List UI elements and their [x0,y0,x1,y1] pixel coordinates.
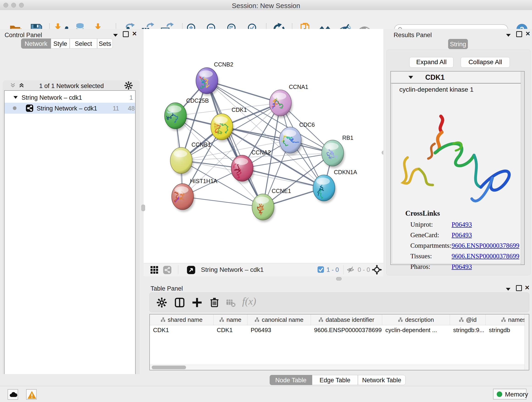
network-options-gear-icon[interactable] [124,81,133,91]
tab-edge-table[interactable]: Edge Table [312,375,358,385]
table-tabs-bar: Node Table Edge Table Network Table [0,374,532,386]
cell-name[interactable]: CDK1 [214,325,247,335]
tab-sets[interactable]: Sets [97,38,113,49]
delete-table-icon[interactable] [226,299,236,308]
create-column-icon[interactable] [191,297,203,309]
float-panel-icon[interactable] [113,33,118,38]
results-scrollbar[interactable] [521,71,524,264]
collapse-all-networks-icon[interactable] [10,82,16,89]
tab-network[interactable]: Network [21,38,51,49]
cell--id[interactable]: stringdb:9... [450,325,486,335]
node-label-CCNA1: CCNA1 [289,84,308,90]
splitter-handle[interactable] [336,277,342,281]
column-header-description[interactable]: description [382,314,450,325]
tab-style[interactable]: Style [51,38,70,49]
network-node-CCNB2[interactable]: CCNB2 [196,61,233,96]
show-columns-icon[interactable] [174,297,185,309]
network-node-CCNE1[interactable]: CCNE1 [252,188,291,222]
crosslink-row: GeneCard:P06493 [392,230,523,240]
delete-column-icon[interactable] [209,296,220,309]
title-bar: Session: New Session [0,0,532,10]
column-header-shared-name[interactable]: shared name [150,314,214,325]
network-node-CCNA2[interactable]: CCNA2 [227,149,271,183]
network-list-panel: 1 of 1 Network selected String Network –… [3,80,140,402]
network-node-CCNA1[interactable]: CCNA1 [269,84,308,118]
column-header--id[interactable]: @id [450,314,486,325]
crosslink-link[interactable]: P06493 [452,231,472,239]
crosslink-link[interactable]: 9606.ENSP00000378699 [452,242,519,249]
network-node-RB1[interactable]: RB1 [322,134,353,168]
network-view-mode-icon[interactable] [163,266,172,275]
float-panel-icon[interactable] [506,33,511,38]
close-panel-icon[interactable]: ✕ [525,285,530,291]
column-header-name[interactable]: name [214,314,247,325]
cell-shared-name[interactable]: CDK1 [150,325,214,335]
close-panel-icon[interactable]: ✕ [525,31,530,37]
table-vertical-scrollbar[interactable] [525,314,529,370]
expand-all-button[interactable]: Expand All [409,57,453,68]
node-label-CDKN1A: CDKN1A [334,169,357,175]
network-node-CDC25B[interactable]: CDC25B [160,97,209,131]
control-panel: Control Panel ✕ Network Style Select Set… [0,29,144,383]
node-description: cyclin-dependent kinase 1 [399,86,474,93]
network-graph[interactable]: CCNB2CCNA1CDC25BCDK1CDC6RB1CCNB1CCNA2CDK… [146,31,382,263]
hidden-count: 0 - 0 [358,266,370,274]
cloud-icon [8,390,18,400]
network-tree: String Network – cdk1 1 String Network –… [4,90,136,402]
cell-canonical-name[interactable]: P06493 [247,325,311,335]
maximize-panel-icon[interactable] [123,31,129,37]
float-panel-icon[interactable] [505,287,511,292]
grid-view-icon[interactable] [150,266,159,275]
table-header-row: shared namenamecanonical namedatabase id… [150,314,529,325]
tab-node-table[interactable]: Node Table [270,375,312,385]
node-card-title: CDK1 [425,73,444,82]
crosslink-label: Uniprot: [410,221,433,228]
network-edge-count: 48 [123,105,135,112]
maximize-panel-icon[interactable] [516,285,522,291]
table-row[interactable]: CDK1CDK1P064939606.ENSP00000378699cyclin… [150,325,529,335]
crosslink-link[interactable]: 9606.ENSP00000378699 [452,252,519,260]
cell-database-identifier[interactable]: 9606.ENSP00000378699 [311,325,382,335]
column-header-namespace[interactable]: namespace [486,314,529,325]
crosslink-link[interactable]: P06493 [452,263,472,270]
horizontal-splitter[interactable] [144,276,532,284]
column-header-canonical-name[interactable]: canonical name [247,314,311,325]
tab-string[interactable]: String [448,39,468,49]
edge-CCNA2-CDKN1A[interactable] [242,168,324,188]
birds-eye-view-icon[interactable] [187,266,196,275]
table-options-gear-icon[interactable] [157,297,167,309]
network-canvas[interactable]: CCNB2CCNA1CDC25BCDK1CDC6RB1CCNB1CCNA2CDK… [144,29,383,263]
cell-description[interactable]: cyclin-dependent ... [382,325,450,335]
collapse-all-button[interactable]: Collapse All [461,57,510,68]
network-node-CCNB1[interactable]: CCNB1 [170,141,211,176]
column-header-label: database identifier [326,316,374,323]
network-node-CDKN1A[interactable]: CDKN1A [313,169,357,203]
column-header-database-identifier[interactable]: database identifier [311,314,382,325]
expand-all-networks-icon[interactable] [18,82,25,89]
tab-select[interactable]: Select [70,38,97,49]
pan-crosshair-icon[interactable] [372,265,382,276]
cell-namespace[interactable]: stringdb [486,325,529,335]
network-collection-row[interactable]: String Network – cdk1 1 [5,92,135,103]
maximize-panel-icon[interactable] [516,31,522,37]
collapse-node-icon[interactable] [408,76,413,79]
network-node-HIST1H1A[interactable]: HIST1H1A [172,178,217,212]
edge-CCNB2-CCNE1[interactable] [207,81,263,207]
left-splitter-handle[interactable] [141,205,145,211]
memory-button[interactable]: Memory [493,389,526,400]
collection-expand-icon[interactable] [13,96,18,99]
node-card-header[interactable]: CDK1 [391,71,524,83]
column-header-label: name [226,316,241,323]
scrollbar-thumb[interactable] [152,366,186,369]
selected-checkbox-icon[interactable] [317,266,324,274]
table-horizontal-scrollbar[interactable] [150,365,525,370]
warning-status-button[interactable] [26,389,37,400]
crosslink-label: Compartments: [410,242,451,249]
cloud-status-button[interactable] [7,389,18,400]
network-node-CDC6[interactable]: CDC6 [279,121,315,155]
close-panel-icon[interactable]: ✕ [132,31,137,37]
collection-name: String Network – cdk1 [22,94,82,101]
tab-network-table[interactable]: Network Table [358,375,405,385]
crosslink-link[interactable]: P06493 [452,221,472,228]
network-row-selected[interactable]: String Network – cdk1 11 48 [5,103,135,114]
